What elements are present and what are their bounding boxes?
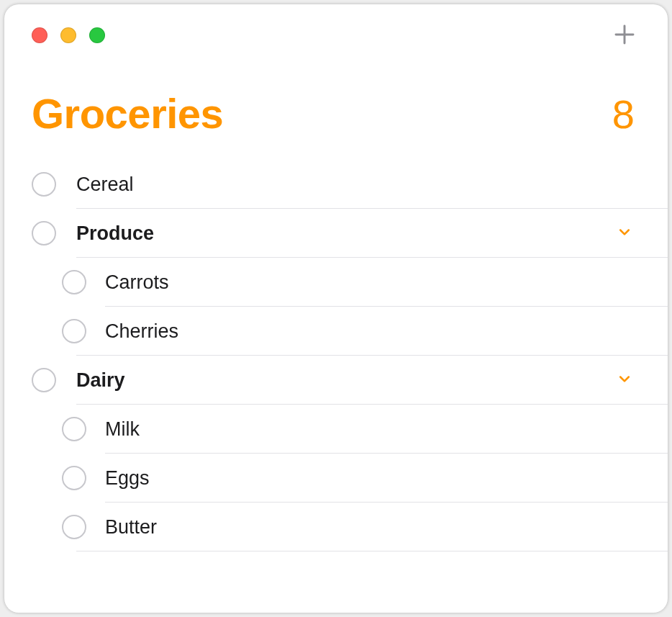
reminder-row[interactable]: Cereal [4, 160, 668, 209]
complete-toggle[interactable] [62, 270, 86, 294]
reminder-subrow[interactable]: Cherries [4, 307, 668, 356]
reminders-list: Cereal Produce Carrots Cherries [4, 160, 668, 551]
list-count: 8 [612, 91, 635, 138]
reminder-subrow[interactable]: Milk [4, 405, 668, 454]
plus-icon [613, 23, 636, 49]
expand-toggle[interactable] [616, 225, 633, 242]
chevron-down-icon [617, 225, 632, 242]
row-separator [76, 551, 668, 551]
reminder-title: Milk [105, 418, 140, 441]
complete-toggle[interactable] [62, 417, 86, 441]
reminder-title: Produce [76, 222, 154, 245]
expand-toggle[interactable] [616, 371, 633, 389]
list-title: Groceries [32, 89, 223, 138]
app-window: Groceries 8 Cereal Produce Carrots [4, 4, 668, 613]
complete-toggle[interactable] [62, 515, 86, 539]
reminder-title: Carrots [105, 271, 169, 294]
list-header: Groceries 8 [32, 89, 635, 138]
complete-toggle[interactable] [62, 319, 86, 343]
reminder-group-row[interactable]: Dairy [4, 356, 668, 405]
reminder-subrow[interactable]: Eggs [4, 454, 668, 503]
complete-toggle[interactable] [62, 466, 86, 490]
complete-toggle[interactable] [32, 221, 56, 246]
add-reminder-button[interactable] [607, 19, 642, 53]
reminder-subrow[interactable]: Butter [4, 503, 668, 551]
complete-toggle[interactable] [32, 368, 56, 392]
reminder-group-row[interactable]: Produce [4, 209, 668, 258]
traffic-lights [32, 27, 105, 43]
window-zoom-button[interactable] [89, 27, 105, 43]
reminder-title: Cereal [76, 174, 134, 196]
window-minimize-button[interactable] [60, 27, 76, 43]
reminder-title: Butter [105, 516, 157, 539]
reminder-title: Cherries [105, 320, 178, 343]
complete-toggle[interactable] [32, 172, 56, 197]
chevron-down-icon [617, 371, 632, 389]
reminder-title: Dairy [76, 369, 125, 392]
window-close-button[interactable] [32, 27, 47, 43]
reminder-subrow[interactable]: Carrots [4, 258, 668, 307]
reminder-title: Eggs [105, 467, 150, 490]
